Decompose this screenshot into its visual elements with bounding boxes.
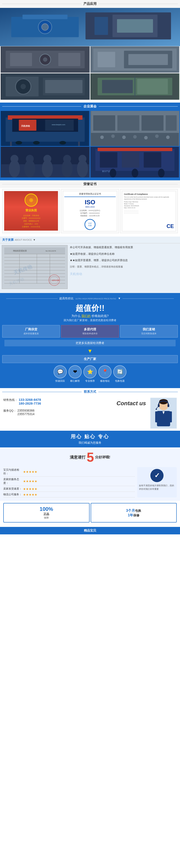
svg-rect-72: [97, 148, 172, 151]
svg-point-40: [33, 141, 40, 145]
product-app-grid: [0, 8, 180, 100]
svg-rect-73: [100, 152, 117, 167]
invoice-image-area: 增值税普通发票 No 00110376: [2, 245, 68, 289]
svg-point-5: [42, 24, 49, 31]
svg-point-63: [26, 155, 34, 163]
svg-point-65: [43, 155, 51, 163]
svg-point-79: [158, 169, 164, 178]
guarantee-section: 100% 正品 保障 3个月包换 1年保修: [0, 501, 180, 525]
rating-note-text: 如有不满意的地方请联系我们，您的评价对我们非常重要: [139, 484, 174, 490]
svg-point-55: [144, 136, 148, 140]
rating-row-3-stars: ★★★★★: [23, 487, 135, 491]
rating-row-3-label: 卖家发货速度：: [3, 487, 23, 491]
guarantee-sub: 保障: [44, 516, 49, 520]
rating-row-4-label: 物流公司服务：: [3, 493, 23, 496]
cert-header: 荣誉证书: [0, 180, 180, 188]
svg-point-69: [79, 155, 87, 163]
svg-point-67: [63, 155, 71, 163]
tradeshow-title: 企业展会: [83, 104, 97, 108]
rating-row-2-label: 卖家的服务态度：: [3, 477, 23, 485]
svg-point-54: [133, 135, 137, 138]
svg-rect-6: [95, 17, 108, 35]
svg-point-77: [110, 169, 116, 178]
invoice-document: 增值税普通发票 No 00110376: [2, 245, 68, 289]
guarantee-months: 3个月包换: [126, 508, 141, 513]
guarantee-year: 1年保修: [128, 513, 140, 518]
tradeshow-header: 企业展会: [0, 102, 180, 110]
svg-text:增值税普通发票: 增值税普通发票: [13, 250, 27, 252]
svg-text:发票专用章: 发票专用章: [51, 279, 59, 281]
svg-rect-75: [144, 152, 161, 167]
tradeshow-image-3: [1, 147, 90, 178]
svg-rect-46: [93, 115, 115, 131]
svg-rect-2: [23, 15, 68, 19]
contact-header: 联系方式: [0, 388, 180, 396]
guarantee-text: 正品: [43, 512, 49, 516]
product-app-section: 产品应用: [0, 0, 180, 102]
cert-title: 荣誉证书: [83, 182, 97, 186]
rating-note-area: 宝贝与描述相符： ★★★★★ 卖家的服务态度： ★★★★★ 卖家发货速度： ★★…: [3, 466, 177, 499]
svg-text:天机传动: 天机传动: [21, 125, 30, 127]
rating-note-right: ✓ 如有不满意的地方请联系我们，您的评价对我们非常重要: [137, 467, 177, 497]
svg-rect-50: [91, 133, 179, 146]
tradeshow-image-1: 天机传动 www.tianjicb.com: [1, 111, 90, 146]
rating-rows: 宝贝与描述相符： ★★★★★ 卖家的服务态度： ★★★★★ 卖家发货速度： ★★…: [3, 467, 135, 497]
guarantee-card-1: 100% 正品 保障: [3, 503, 90, 523]
rating-row-1: 宝贝与描述相符： ★★★★★: [3, 467, 135, 476]
bottom-bar: 精品宝贝: [0, 527, 180, 534]
svg-point-41: [59, 141, 66, 145]
svg-rect-48: [141, 115, 163, 131]
svg-text:No 00110376: No 00110376: [46, 250, 56, 252]
svg-point-56: [155, 134, 158, 138]
contact-title: 联系方式: [84, 390, 96, 394]
rating-row-1-stars: ★★★★★: [23, 470, 135, 473]
svg-text:www.tianjicb.com: www.tianjicb.com: [52, 124, 65, 126]
rating-row-2-stars: ★★★★★: [23, 479, 135, 483]
svg-point-61: [10, 155, 19, 163]
svg-rect-74: [122, 152, 139, 167]
rating-row-1-label: 宝贝与描述相符：: [3, 468, 23, 475]
guarantee-percent: 100%: [40, 506, 53, 512]
svg-rect-8: [117, 19, 153, 33]
svg-point-53: [122, 135, 125, 139]
svg-point-51: [100, 135, 103, 139]
rating-row-2: 卖家的服务态度： ★★★★★: [3, 476, 135, 486]
svg-rect-42: [10, 142, 12, 146]
tradeshow-image-2: [90, 111, 180, 146]
svg-point-39: [16, 141, 22, 145]
product-image-1: [1, 8, 179, 46]
guarantee-card-2: 3个月包换 1年保修: [91, 503, 177, 523]
tradeshow-image-4: 展示产品区域: [90, 147, 180, 178]
rating-row-4-stars: ★★★★★: [23, 493, 135, 496]
bottom-bar-text: 精品宝贝: [84, 529, 96, 532]
svg-point-78: [131, 169, 138, 178]
rating-row-4: 物流公司服务： ★★★★★: [3, 492, 135, 497]
svg-rect-49: [166, 115, 177, 131]
svg-point-57: [166, 135, 170, 139]
svg-rect-47: [117, 115, 139, 131]
svg-rect-43: [78, 142, 80, 146]
svg-point-52: [111, 134, 115, 138]
rating-row-3: 卖家发货速度： ★★★★★: [3, 486, 135, 492]
